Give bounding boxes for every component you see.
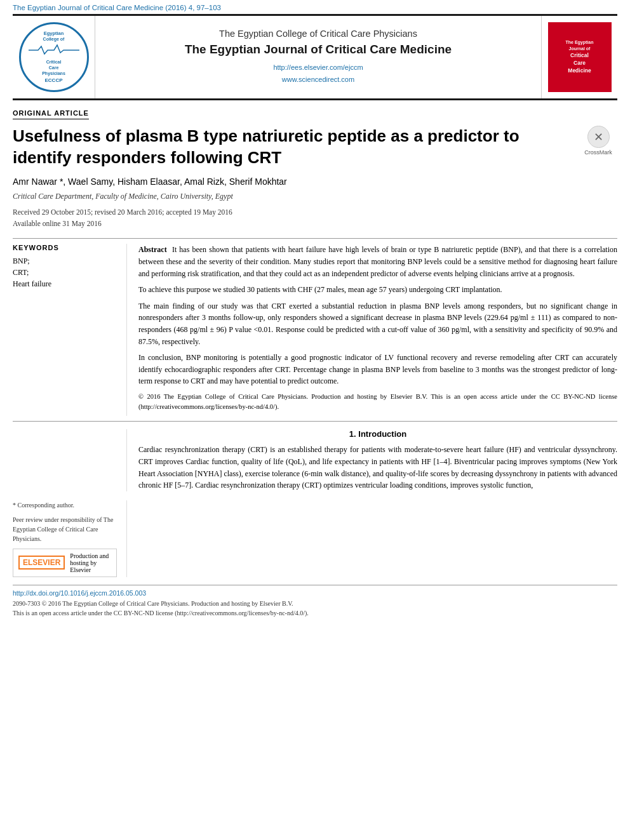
footer-line1: 2090-7303 © 2016 The Egyptian College of… [13,599,617,608]
abstract-label: Abstract [138,245,167,254]
article-type-label: ORIGINAL ARTICLE [13,109,89,119]
corresponding-author: * Corresponding author. [13,500,117,510]
elsevier-box: ELSEVIER Production and hosting by Elsev… [13,549,117,577]
keyword-3: Heart failure [13,279,117,289]
copyright-text: © 2016 The Egyptian College of Critical … [138,393,617,410]
article-title-row: Usefulness of plasma B type natriuretic … [13,126,617,169]
journal-title: The Egyptian Journal of Critical Care Me… [185,43,452,57]
crossmark-badge[interactable]: ✕ CrossMark [579,126,617,156]
keyword-2: CRT; [13,268,117,277]
footer-license-text: This is an open access article under the… [13,610,309,617]
footer-line2: This is an open access article under the… [13,608,617,618]
authors-text: Amr Nawar *, Wael Samy, Hisham Elaasar, … [13,177,287,187]
doi-link[interactable]: http://dx.doi.org/10.1016/j.ejccm.2016.0… [13,589,617,597]
abstract-p4: In conclusion, BNP monitoring is potenti… [138,352,617,387]
bottom-section: * Corresponding author. Peer review unde… [13,500,617,577]
peer-review-note: Peer review under responsibility of The … [13,515,117,543]
main-content: ORIGINAL ARTICLE Usefulness of plasma B … [0,100,630,622]
abstract-col: Abstract It has been shown that patients… [127,244,617,416]
abstract-text: Abstract It has been shown that patients… [138,244,617,411]
abstract-copyright: © 2016 The Egyptian College of Critical … [138,392,617,412]
intro-heading: 1. Introduction [138,429,617,439]
right-journal-logo: The EgyptianJournal of Critical Care Med… [548,22,612,92]
college-logo: Egyptian College of Critical Care Physic… [19,22,89,92]
institution-name: The Egyptian College of Critical Care Ph… [219,29,417,39]
intro-body: Cardiac resynchronization therapy (CRT) … [138,444,617,491]
article-title: Usefulness of plasma B type natriuretic … [13,126,570,169]
journal-top-link[interactable]: The Egyptian Journal of Critical Care Me… [0,0,630,14]
divider-bottom [13,421,617,422]
abstract-area: KEYWORDS BNP; CRT; Heart failure Abstrac… [13,244,617,416]
keywords-label: KEYWORDS [13,244,117,251]
right-logo-container: The EgyptianJournal of Critical Care Med… [541,16,617,98]
abstract-p3: The main finding of our study was that C… [138,300,617,347]
abstract-p1: It has been shown that patients with hea… [138,245,617,277]
url1-link[interactable]: http://ees.elsevier.com/ejccm [273,63,363,71]
url2-link[interactable]: www.sciencedirect.com [282,76,354,83]
dates-block: Received 29 October 2015; revised 20 Mar… [13,206,617,230]
affiliation-text: Critical Care Department, Faculty of Med… [13,192,617,201]
divider-top [13,238,617,239]
header-center: The Egyptian College of Critical Care Ph… [95,16,541,98]
left-logo: Egyptian College of Critical Care Physic… [13,16,95,98]
authors-line: Amr Nawar *, Wael Samy, Hisham Elaasar, … [13,177,617,187]
elsevier-text: Production and hosting by Elsevier [70,552,111,573]
keywords-col: KEYWORDS BNP; CRT; Heart failure [13,244,127,416]
elsevier-logo: ELSEVIER [18,556,65,570]
journal-header: Egyptian College of Critical Care Physic… [13,14,617,100]
header-urls: http://ees.elsevier.com/ejccm www.scienc… [273,62,363,85]
keyword-1: BNP; [13,257,117,266]
footer-bar: http://dx.doi.org/10.1016/j.ejccm.2016.0… [13,585,617,622]
received-date: Received 29 October 2015; revised 20 Mar… [13,208,232,216]
bottom-left-col: * Corresponding author. Peer review unde… [13,500,127,577]
introduction-section: 1. Introduction Cardiac resynchronizatio… [13,429,617,491]
available-date: Available online 31 May 2016 [13,220,102,227]
crossmark-label: CrossMark [584,149,612,156]
crossmark-icon: ✕ [587,126,610,148]
abstract-p2: To achieve this purpose we studied 30 pa… [138,284,617,296]
